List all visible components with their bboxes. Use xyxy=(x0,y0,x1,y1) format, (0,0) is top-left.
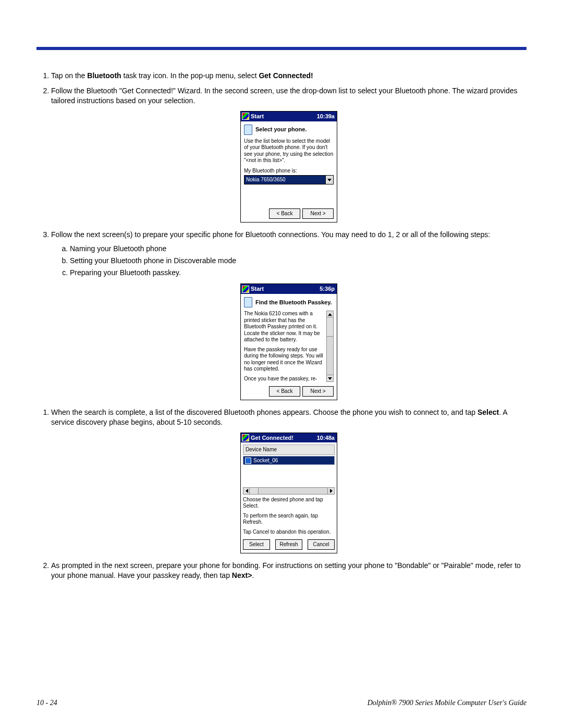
device-list-row-selected[interactable]: Socket_06 xyxy=(243,456,335,465)
next-button[interactable]: Next > xyxy=(302,208,334,219)
step-b2: As prompted in the next screen, prepare … xyxy=(51,561,527,581)
scroll-right-icon[interactable] xyxy=(327,487,335,495)
page-number: 10 - 24 xyxy=(36,699,57,707)
scroll-thumb[interactable] xyxy=(249,487,259,495)
pda3-clock: 10:48a xyxy=(317,434,335,442)
pda1-select-label: My Bluetooth phone is: xyxy=(244,167,334,175)
screenshot-find-passkey: Start 5:36p Find the Bluetooth Passkey. … xyxy=(240,283,337,400)
windows-logo-icon xyxy=(242,434,249,441)
pda2-text-1: The Nokia 6210 comes with a printed stic… xyxy=(244,311,324,343)
refresh-button[interactable]: Refresh xyxy=(275,539,302,550)
screenshot-select-your-phone: Start 10:39a Select your phone. Use the … xyxy=(240,111,337,223)
step-2-text: Follow the Bluetooth "Get Connected!" Wi… xyxy=(51,87,518,105)
step-1-bold2: Get Connected! xyxy=(259,71,313,80)
primary-steps-list-a: Tap on the Bluetooth task tray icon. In … xyxy=(36,71,527,400)
select-button[interactable]: Select xyxy=(243,539,270,550)
pda2-titlebar: Start 5:36p xyxy=(241,284,337,294)
pda1-titlebar: Start 10:39a xyxy=(241,112,337,121)
pda3-hint-2: To perform the search again, tap Refresh… xyxy=(243,513,335,526)
screenshot-device-list: Get Connected! 10:48a Device Name Socket… xyxy=(240,433,337,553)
scroll-thumb[interactable] xyxy=(326,317,334,337)
back-button[interactable]: < Back xyxy=(269,208,300,219)
step-b2-post: . xyxy=(252,571,254,579)
footer-title: Dolphin® 7900 Series Mobile Computer Use… xyxy=(368,699,527,707)
pda3-titlebar: Get Connected! 10:48a xyxy=(241,433,337,443)
vertical-scrollbar[interactable] xyxy=(326,311,334,382)
pda3-title[interactable]: Get Connected! xyxy=(251,434,293,442)
step-3c: Preparing your Bluetooth passkey. xyxy=(70,267,527,278)
pda1-instructions: Use the list below to select the model o… xyxy=(244,138,334,164)
step-1-mid: task tray icon. In the pop-up menu, sele… xyxy=(121,71,259,80)
windows-logo-icon xyxy=(242,113,249,120)
pda2-text-3: Once you have the passkey, re- xyxy=(244,376,324,382)
pda1-title[interactable]: Start xyxy=(251,113,264,120)
step-3a: Naming your Bluetooth phone xyxy=(70,243,527,254)
primary-steps-list-b: When the search is complete, a list of t… xyxy=(36,408,527,581)
chevron-down-icon[interactable] xyxy=(325,176,333,184)
cancel-button[interactable]: Cancel xyxy=(308,539,335,550)
scroll-down-icon[interactable] xyxy=(326,375,334,382)
pda2-text-2: Have the passkey ready for use during th… xyxy=(244,347,324,373)
pda2-heading: Find the Bluetooth Passkey. xyxy=(255,299,332,306)
page-footer: 10 - 24 Dolphin® 7900 Series Mobile Comp… xyxy=(36,699,527,707)
step-1-pre: Tap on the xyxy=(51,71,87,80)
step-3-substeps: Naming your Bluetooth phone Setting your… xyxy=(51,243,527,278)
back-button[interactable]: < Back xyxy=(269,386,300,397)
next-button[interactable]: Next > xyxy=(302,386,334,397)
pda1-clock: 10:39a xyxy=(317,113,335,120)
device-name-cell: Socket_06 xyxy=(253,457,278,464)
step-b1-bold: Select xyxy=(478,408,499,416)
step-3-text: Follow the next screen(s) to prepare you… xyxy=(51,230,490,239)
step-b1: When the search is complete, a list of t… xyxy=(51,408,527,553)
pda1-phone-dropdown[interactable]: Nokia 7650/3650 xyxy=(244,175,334,184)
step-1-bold1: Bluetooth xyxy=(87,71,121,80)
step-b1-pre: When the search is complete, a list of t… xyxy=(51,408,478,416)
pda2-title[interactable]: Start xyxy=(251,285,264,293)
pda1-phone-dropdown-value: Nokia 7650/3650 xyxy=(244,176,325,184)
step-1: Tap on the Bluetooth task tray icon. In … xyxy=(51,71,527,81)
pda3-hint-1: Choose the desired phone and tap Select. xyxy=(243,497,335,510)
wizard-icon xyxy=(244,125,252,135)
pda2-clock: 5:36p xyxy=(320,285,335,293)
device-list-column-header[interactable]: Device Name xyxy=(243,445,335,455)
step-b2-bold: Next> xyxy=(232,571,252,579)
step-3b: Setting your Bluetooth phone in Discover… xyxy=(70,255,527,266)
pda3-hint-3: Tap Cancel to abandon this operation. xyxy=(243,529,335,536)
wizard-icon xyxy=(244,297,252,307)
step-2: Follow the Bluetooth "Get Connected!" Wi… xyxy=(51,86,527,223)
step-3: Follow the next screen(s) to prepare you… xyxy=(51,230,527,400)
device-list[interactable]: Socket_06 xyxy=(243,456,335,486)
bluetooth-device-icon xyxy=(245,458,251,464)
step-b2-pre: As prompted in the next screen, prepare … xyxy=(51,561,521,579)
windows-logo-icon xyxy=(242,286,249,293)
pda1-heading: Select your phone. xyxy=(255,126,307,133)
horizontal-scrollbar[interactable] xyxy=(243,487,335,495)
header-rule xyxy=(36,47,527,50)
